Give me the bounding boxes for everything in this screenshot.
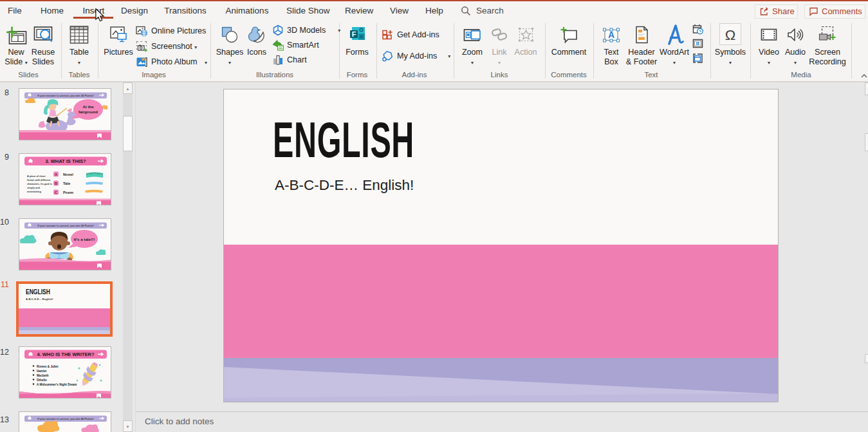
svg-text:C: C [55, 191, 57, 194]
svg-text:3. WHAT IS THIS?: 3. WHAT IS THIS? [45, 158, 86, 164]
svg-text:characters. Its goal is: characters. Its goal is [27, 183, 52, 185]
svg-text:fiction with different: fiction with different [27, 179, 51, 182]
svg-text:fairground: fairground [78, 110, 98, 114]
svg-text:At the: At the [83, 105, 95, 109]
svg-text:simply and: simply and [27, 187, 41, 189]
svg-text:Novel: Novel [63, 173, 73, 176]
svg-text:Othello: Othello [37, 379, 47, 382]
svg-text:Tale: Tale [63, 182, 71, 185]
svg-text:ENGLISH: ENGLISH [26, 288, 50, 296]
svg-text:entertaining.: entertaining. [27, 191, 42, 193]
svg-text:If your answer is correct, you: If your answer is correct, you win 40 Po… [37, 417, 94, 420]
svg-text:F: F [351, 30, 356, 38]
svg-text:Hamlet: Hamlet [37, 370, 47, 373]
svg-text:Romeo & Juliet: Romeo & Juliet [37, 365, 59, 368]
svg-text:A-B-C-D-E… English!: A-B-C-D-E… English! [26, 297, 53, 301]
svg-text:A piece of short: A piece of short [27, 175, 46, 178]
svg-text:Ω: Ω [725, 27, 735, 43]
svg-text:It's a tale!!!: It's a tale!!! [74, 237, 95, 241]
svg-text:If your answer is correct, you: If your answer is correct, you win 20 Po… [37, 94, 94, 97]
svg-text:A: A [55, 173, 57, 176]
svg-text:If your answer is correct, you: If your answer is correct, you win 20 Po… [37, 224, 94, 227]
svg-text:Macbeth: Macbeth [37, 374, 49, 377]
svg-text:Poem: Poem [63, 191, 73, 194]
svg-text:4. WHO IS THE WRITER?: 4. WHO IS THE WRITER? [37, 352, 95, 357]
svg-text:A Midsummer's Night Dream: A Midsummer's Night Dream [37, 383, 77, 386]
svg-text:B: B [55, 182, 57, 185]
